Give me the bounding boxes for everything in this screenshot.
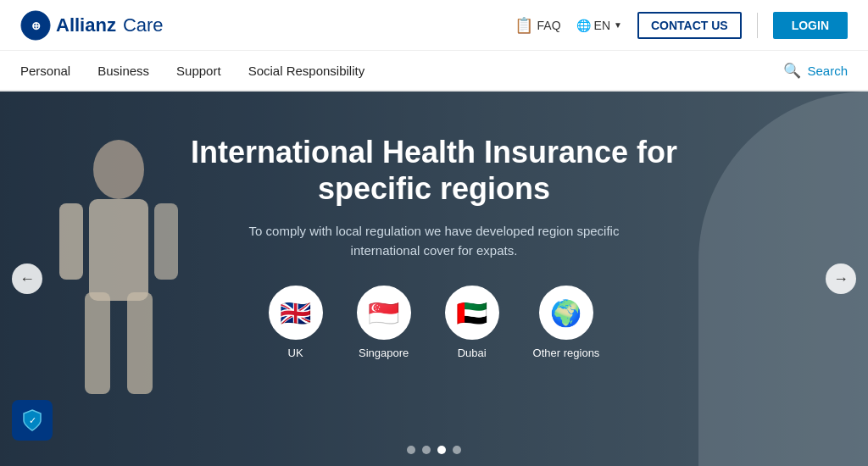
search-icon: 🔍 xyxy=(783,62,801,80)
chevron-down-icon: ▼ xyxy=(614,20,622,30)
brand-name: Allianz xyxy=(56,14,116,36)
dot-2[interactable] xyxy=(422,446,431,454)
top-right-actions: 📋 FAQ 🌐 EN ▼ CONTACT US LOGIN xyxy=(515,12,848,39)
region-dubai[interactable]: 🇦🇪 Dubai xyxy=(445,286,499,359)
login-button[interactable]: LOGIN xyxy=(773,12,848,39)
singapore-label: Singapore xyxy=(359,347,409,359)
allianz-logo-icon: ⊕ xyxy=(20,10,51,41)
prev-slide-button[interactable]: ← xyxy=(12,264,42,294)
nav-business[interactable]: Business xyxy=(97,60,149,81)
region-other[interactable]: 🌍 Other regions xyxy=(533,286,600,359)
vertical-divider xyxy=(757,13,758,38)
globe-icon: 🌐 xyxy=(576,19,591,32)
other-regions-label: Other regions xyxy=(533,347,600,359)
other-regions-flag: 🌍 xyxy=(539,286,593,340)
nav-personal[interactable]: Personal xyxy=(20,60,70,81)
carousel-dots xyxy=(407,446,461,454)
faq-label: FAQ xyxy=(537,19,561,32)
svg-text:⊕: ⊕ xyxy=(31,19,41,32)
nav-links: Personal Business Support Social Respons… xyxy=(20,60,364,81)
logo[interactable]: ⊕ Allianz Care xyxy=(20,10,164,41)
brand-sub: Care xyxy=(123,14,164,36)
hero-subtitle: To comply with local regulation we have … xyxy=(214,222,654,260)
faq-link[interactable]: 📋 FAQ xyxy=(515,16,561,35)
hero-title: International Health Insurance for speci… xyxy=(170,134,698,207)
region-uk[interactable]: 🇬🇧 UK xyxy=(269,286,323,359)
region-singapore[interactable]: 🇸🇬 Singapore xyxy=(357,286,411,359)
dubai-label: Dubai xyxy=(458,347,487,359)
lang-label: EN xyxy=(594,19,610,32)
singapore-flag: 🇸🇬 xyxy=(357,286,411,340)
contact-us-button[interactable]: CONTACT US xyxy=(637,12,742,39)
hero-section: International Health Insurance for speci… xyxy=(0,92,868,466)
uk-flag: 🇬🇧 xyxy=(269,286,323,340)
dot-3[interactable] xyxy=(437,446,446,454)
top-bar: ⊕ Allianz Care 📋 FAQ 🌐 EN ▼ CONTACT US L… xyxy=(0,0,868,51)
uk-label: UK xyxy=(288,347,303,359)
next-slide-button[interactable]: → xyxy=(826,264,856,294)
navigation-bar: Personal Business Support Social Respons… xyxy=(0,51,868,92)
search-area[interactable]: 🔍 Search xyxy=(783,62,848,80)
nav-social-responsibility[interactable]: Social Responsibility xyxy=(248,60,365,81)
faq-icon: 📋 xyxy=(515,16,533,35)
search-label: Search xyxy=(807,64,848,78)
shield-icon: ✓ xyxy=(20,408,44,432)
nav-support[interactable]: Support xyxy=(176,60,221,81)
language-selector[interactable]: 🌐 EN ▼ xyxy=(576,19,622,32)
hero-content: International Health Insurance for speci… xyxy=(0,134,868,359)
dot-1[interactable] xyxy=(407,446,415,454)
dot-4[interactable] xyxy=(453,446,461,454)
dubai-flag: 🇦🇪 xyxy=(445,286,499,340)
shield-badge: ✓ xyxy=(12,400,53,441)
region-flags: 🇬🇧 UK 🇸🇬 Singapore 🇦🇪 Dubai 🌍 Other regi… xyxy=(170,286,698,359)
svg-text:✓: ✓ xyxy=(29,415,36,425)
